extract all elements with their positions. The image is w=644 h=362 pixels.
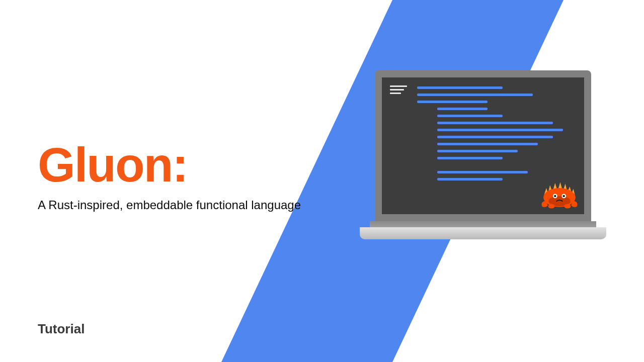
laptop-bezel <box>375 70 591 221</box>
code-lines <box>417 86 574 185</box>
code-line <box>437 150 518 152</box>
laptop-hinge <box>370 221 596 227</box>
laptop-illustration <box>370 70 596 239</box>
ferris-crab-icon <box>540 180 579 209</box>
code-line <box>417 101 488 103</box>
page-subtitle: A Rust-inspired, embeddable functional l… <box>38 198 301 212</box>
code-line <box>437 157 503 159</box>
code-line <box>437 115 503 117</box>
code-line <box>417 94 533 96</box>
laptop-base <box>360 227 606 239</box>
code-line <box>437 129 563 131</box>
svg-point-14 <box>554 195 556 197</box>
headline-block: Gluon: A Rust-inspired, embeddable funct… <box>38 141 301 212</box>
hamburger-icon <box>390 85 407 96</box>
code-line <box>437 108 488 110</box>
laptop-screen <box>382 77 584 214</box>
code-line <box>437 178 503 180</box>
svg-point-11 <box>564 204 571 209</box>
page-title: Gluon: <box>38 141 301 189</box>
code-line <box>437 171 528 173</box>
svg-point-10 <box>548 204 555 209</box>
code-line <box>437 136 553 138</box>
svg-point-15 <box>563 195 565 197</box>
code-line <box>437 143 538 145</box>
footer-label: Tutorial <box>38 321 85 337</box>
code-line <box>417 86 503 89</box>
code-line <box>437 122 553 124</box>
